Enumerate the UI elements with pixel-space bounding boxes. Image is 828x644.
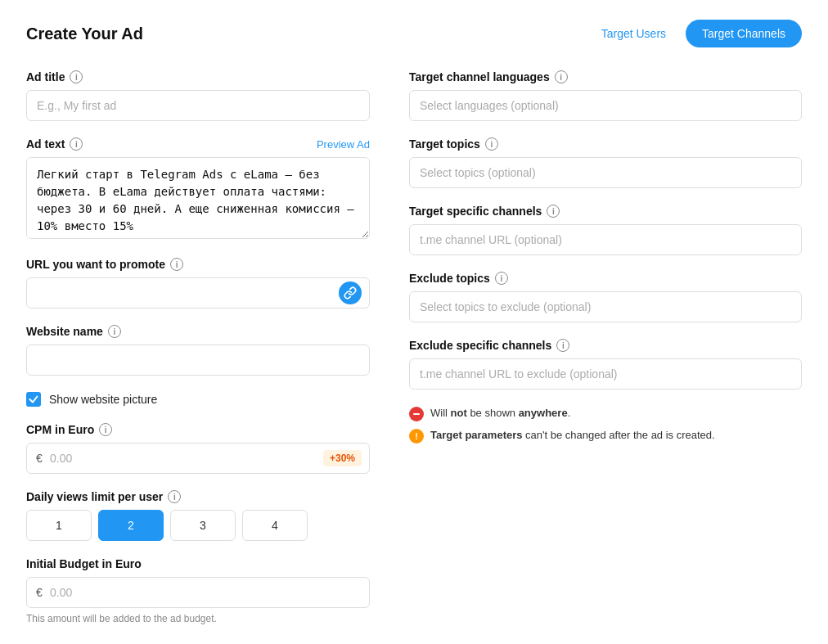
ad-title-group: Ad title i [26,70,370,121]
exclude-topics-group: Exclude topics i [409,272,802,322]
website-name-label: Website name i [26,325,370,338]
ad-text-info-icon: i [70,137,83,151]
ad-title-label: Ad title i [26,70,370,83]
website-name-info-icon: i [108,325,121,338]
topics-label: Target topics i [409,137,802,151]
specific-channels-group: Target specific channels i [409,205,802,255]
views-limit-label: Daily views limit per user i [26,490,370,503]
cpm-group: CPM in Euro i € +30% [26,423,370,474]
views-btn-4[interactable]: 4 [242,510,308,541]
page-title: Create Your Ad [26,25,143,43]
cpm-info-icon: i [99,423,112,436]
preview-ad-link[interactable]: Preview Ad [317,138,370,151]
exclude-channels-group: Exclude specific channels i [409,339,802,390]
show-picture-checkbox[interactable] [26,392,41,407]
exclude-channels-info-icon: i [556,339,569,352]
exclude-channels-label: Exclude specific channels i [409,339,802,352]
right-column: Target channel languages i Target topics… [409,70,802,641]
cpm-input[interactable] [26,443,370,474]
views-limit-info-icon: i [168,490,181,503]
show-picture-label: Show website picture [49,393,157,406]
views-limit-group: Daily views limit per user i 1 2 3 4 [26,490,370,541]
warning-params-text: Target parameters can't be changed after… [430,428,715,443]
url-external-icon [339,281,362,304]
exclude-topics-info-icon: i [495,272,508,285]
website-name-group: Website name i eLama [26,325,370,376]
target-channels-button[interactable]: Target Channels [686,20,802,47]
exclude-channels-input[interactable] [409,358,802,390]
ad-title-info-icon: i [70,70,83,83]
cpm-badge: +30% [323,450,362,466]
views-btn-2[interactable]: 2 [98,510,164,541]
left-column: Ad title i Ad text i Preview Ad Легкий с… [26,70,370,641]
warning-not-shown-row: Will not be shown anywhere. [409,406,802,421]
cpm-wrapper: € +30% [26,443,370,474]
topics-group: Target topics i [409,137,802,188]
budget-group: Initial Budget in Euro € This amount wil… [26,557,370,624]
url-field-wrapper: https://try.elama.ru/telegram_ads?erid=e… [26,277,370,308]
topics-input[interactable] [409,157,802,188]
cpm-label: CPM in Euro i [26,423,370,436]
budget-hint: This amount will be added to the ad budg… [26,613,370,624]
ad-title-input[interactable] [26,90,370,121]
budget-wrapper: € [26,577,370,608]
languages-group: Target channel languages i [409,70,802,121]
target-users-button[interactable]: Target Users [592,20,676,47]
url-input[interactable]: https://try.elama.ru/telegram_ads?erid=e… [26,277,370,308]
ad-text-group: Ad text i Preview Ad Легкий старт в Tele… [26,137,370,241]
main-content: Ad title i Ad text i Preview Ad Легкий с… [26,70,802,641]
views-btn-3[interactable]: 3 [170,510,236,541]
specific-channels-label: Target specific channels i [409,205,802,218]
exclude-topics-label: Exclude topics i [409,272,802,285]
views-limit-buttons: 1 2 3 4 [26,510,370,541]
exclude-topics-input[interactable] [409,291,802,322]
languages-input[interactable] [409,90,802,121]
url-group: URL you want to promote i https://try.el… [26,258,370,308]
specific-channels-info-icon: i [547,205,560,218]
warning-not-shown-icon [409,407,424,421]
website-name-input[interactable]: eLama [26,345,370,376]
warning-params-icon: ! [409,429,424,444]
budget-label: Initial Budget in Euro [26,557,370,570]
topics-info-icon: i [485,137,498,151]
languages-info-icon: i [555,70,568,83]
ad-text-label: Ad text i [26,137,83,151]
warning-params-row: ! Target parameters can't be changed aft… [409,428,802,444]
url-label: URL you want to promote i [26,258,370,271]
header-buttons: Target Users Target Channels [592,20,802,47]
warning-not-shown-text: Will not be shown anywhere. [430,406,570,421]
ad-text-label-row: Ad text i Preview Ad [26,137,370,151]
url-info-icon: i [170,258,183,271]
specific-channels-input[interactable] [409,224,802,255]
warning-box: Will not be shown anywhere. ! Target par… [409,406,802,444]
languages-label: Target channel languages i [409,70,802,83]
ad-text-input[interactable]: Легкий старт в Telegram Ads с eLama — бе… [26,157,370,239]
budget-input[interactable] [26,577,370,608]
show-picture-row: Show website picture [26,392,370,407]
views-btn-1[interactable]: 1 [26,510,92,541]
